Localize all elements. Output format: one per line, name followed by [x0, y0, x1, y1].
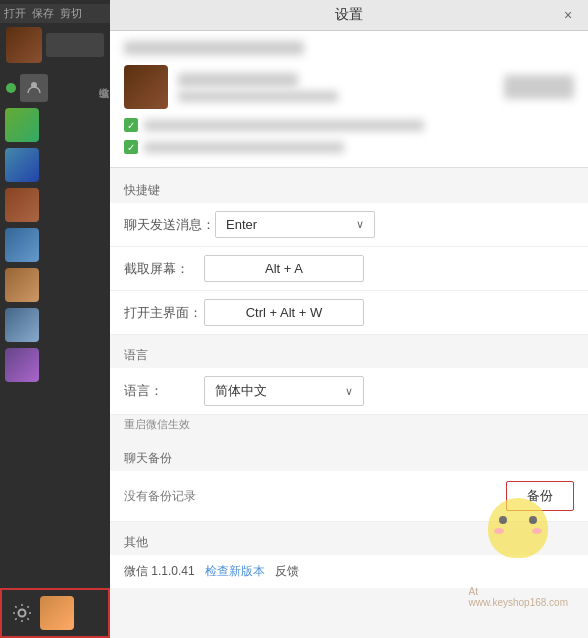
language-section-label: 语言	[110, 339, 588, 368]
other-section-label: 其他	[110, 526, 588, 555]
toolbar-save[interactable]: 保存	[32, 6, 54, 21]
settings-title: 设置	[138, 6, 560, 24]
avatar	[5, 268, 39, 302]
chat-send-dropdown[interactable]: Enter ∨	[215, 211, 375, 238]
settings-panel: 设置 × ✓	[110, 0, 588, 638]
version-text: 微信 1.1.0.41	[124, 563, 195, 580]
settings-header: 设置 ×	[110, 0, 588, 31]
avatar	[5, 228, 39, 262]
restart-hint: 重启微信生效	[110, 415, 588, 438]
user-avatar[interactable]	[6, 27, 42, 63]
backup-button[interactable]: 备份	[506, 481, 574, 511]
screenshot-control: Alt + A	[204, 255, 574, 282]
language-control: 简体中文 ∨	[204, 376, 574, 406]
list-item[interactable]	[0, 345, 110, 385]
svg-point-1	[19, 610, 26, 617]
notification-text-1	[144, 120, 424, 131]
feedback-link[interactable]: 反馈	[275, 563, 299, 580]
profile-info	[178, 73, 494, 102]
list-item[interactable]	[0, 145, 110, 185]
screenshot-shortcut: Alt + A	[204, 255, 364, 282]
notification-row-1: ✓	[124, 113, 574, 135]
profile-action	[504, 75, 574, 99]
avatar	[5, 188, 39, 222]
chat-send-value: Enter	[226, 217, 257, 232]
chat-list	[0, 105, 110, 385]
chat-send-label: 聊天发送消息：	[124, 216, 215, 234]
screenshot-label: 截取屏幕：	[124, 260, 204, 278]
open-main-shortcut: Ctrl + Alt + W	[204, 299, 364, 326]
toolbar-open[interactable]: 打开	[4, 6, 26, 21]
sidebar-bottom	[0, 588, 110, 638]
sidebar-item-settings[interactable]	[0, 588, 110, 638]
chat-send-row: 聊天发送消息： Enter ∨	[110, 203, 588, 247]
close-button[interactable]: ×	[560, 7, 576, 23]
profile-row	[124, 65, 574, 109]
chat-send-arrow-icon: ∨	[356, 218, 364, 231]
list-item[interactable]	[0, 105, 110, 145]
shortcuts-section-label: 快捷键	[110, 174, 588, 203]
profile-section: ✓ ✓	[110, 31, 588, 168]
open-main-row: 打开主界面： Ctrl + Alt + W	[110, 291, 588, 335]
sidebar-item-contacts[interactable]	[0, 71, 110, 105]
contacts-icon	[20, 74, 48, 102]
backup-row: 没有备份记录 备份	[110, 471, 588, 522]
profile-avatar	[124, 65, 168, 109]
language-arrow-icon: ∨	[345, 385, 353, 398]
backup-section: 聊天备份 没有备份记录 备份	[110, 442, 588, 522]
language-label: 语言：	[124, 382, 204, 400]
avatar	[5, 348, 39, 382]
language-dropdown[interactable]: 简体中文 ∨	[204, 376, 364, 406]
list-item[interactable]	[0, 265, 110, 305]
avatar	[5, 148, 39, 182]
settings-body: ✓ ✓ 快捷键 聊天发送消息： Enter ∨	[110, 31, 588, 638]
language-value: 简体中文	[215, 382, 267, 400]
profile-blur-top	[124, 41, 304, 55]
chat-send-control: Enter ∨	[215, 211, 574, 238]
no-backup-text: 没有备份记录	[124, 488, 506, 505]
shortcuts-section: 快捷键 聊天发送消息： Enter ∨ 截取屏幕： Alt + A	[110, 174, 588, 335]
search-input[interactable]	[46, 33, 104, 57]
list-item[interactable]	[0, 305, 110, 345]
toolbar-cut[interactable]: 剪切	[60, 6, 82, 21]
bottom-avatar	[40, 596, 74, 630]
profile-name	[178, 73, 298, 87]
profile-id	[178, 91, 338, 102]
language-row: 语言： 简体中文 ∨	[110, 368, 588, 415]
check-icon-1: ✓	[124, 118, 138, 132]
list-item[interactable]	[0, 185, 110, 225]
avatar	[5, 308, 39, 342]
version-row: 微信 1.1.0.41 检查新版本 反馈	[110, 555, 588, 588]
check-update-link[interactable]: 检查新版本	[205, 563, 265, 580]
settings-gear-icon	[8, 599, 36, 627]
open-main-label: 打开主界面：	[124, 304, 204, 322]
list-item[interactable]	[0, 225, 110, 265]
green-dot-icon	[6, 83, 16, 93]
sidebar: 打开 保存 剪切	[0, 0, 110, 638]
language-section: 语言 语言： 简体中文 ∨ 重启微信生效	[110, 339, 588, 438]
other-section: 其他 微信 1.1.0.41 检查新版本 反馈	[110, 526, 588, 588]
open-main-control: Ctrl + Alt + W	[204, 299, 574, 326]
screenshot-row: 截取屏幕： Alt + A	[110, 247, 588, 291]
check-icon-2: ✓	[124, 140, 138, 154]
avatar	[5, 108, 39, 142]
notification-row-2: ✓	[124, 135, 574, 157]
notification-text-2	[144, 142, 344, 153]
backup-section-label: 聊天备份	[110, 442, 588, 471]
